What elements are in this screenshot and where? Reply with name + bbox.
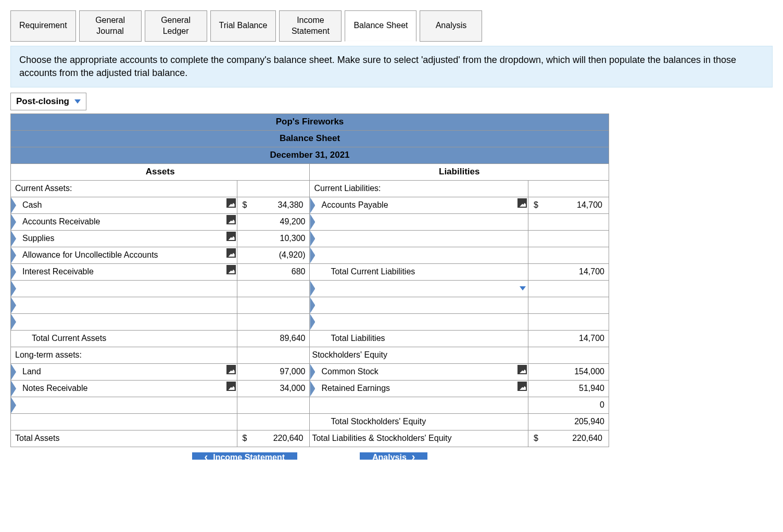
picture-icon	[517, 382, 527, 391]
asset-account-select[interactable]	[11, 313, 237, 330]
picture-icon	[517, 198, 527, 208]
asset-value-cell[interactable]	[237, 297, 310, 313]
liability-value-cell[interactable]	[528, 297, 609, 313]
liability-value-cell[interactable]: $ 14,700	[528, 197, 609, 213]
tab-income-statement[interactable]: Income Statement	[279, 10, 342, 42]
company-name: Pop's Fireworks	[11, 113, 609, 130]
picture-icon	[226, 232, 236, 241]
asset-value-cell[interactable]: 10,300	[237, 230, 310, 247]
long-term-assets-heading: Long-term assets:	[11, 347, 237, 363]
asset-account-select[interactable]	[11, 297, 237, 313]
tab-bar: Requirement General Journal General Ledg…	[10, 10, 773, 42]
total-stockholders-equity-value: 205,940	[528, 413, 609, 430]
picture-icon	[517, 365, 527, 374]
asset-account-select[interactable]: Notes Receivable	[11, 380, 237, 397]
asset-account-select[interactable]: Supplies	[11, 230, 237, 247]
picture-icon	[226, 265, 236, 274]
tab-general-ledger[interactable]: General Ledger	[145, 10, 207, 42]
current-liabilities-heading: Current Liabilities:	[310, 180, 528, 197]
asset-account-select[interactable]: Accounts Receivable	[11, 213, 237, 230]
stockholders-equity-heading: Stockholders' Equity	[310, 347, 528, 363]
picture-icon	[226, 248, 236, 258]
asset-value-cell[interactable]	[237, 280, 310, 297]
total-liab-equity-label: Total Liabilities & Stockholders' Equity	[310, 430, 528, 447]
liability-value-cell[interactable]	[528, 313, 609, 330]
liability-value-cell[interactable]	[528, 213, 609, 230]
chevron-right-icon	[412, 453, 415, 460]
picture-icon	[226, 382, 236, 391]
liability-account-select[interactable]	[310, 213, 528, 230]
next-button[interactable]: Analysis	[360, 452, 427, 460]
tab-analysis[interactable]: Analysis	[420, 10, 482, 42]
asset-value-cell[interactable]: (4,920)	[237, 247, 310, 263]
equity-value-cell[interactable]: 154,000	[528, 363, 609, 380]
total-assets-value: $ 220,640	[237, 430, 310, 447]
statement-date: December 31, 2021	[11, 147, 609, 163]
chevron-down-icon	[74, 99, 81, 104]
chevron-left-icon	[205, 453, 208, 460]
asset-account-select[interactable]	[11, 397, 237, 413]
total-stockholders-equity-label: Total Stockholders' Equity	[310, 413, 528, 430]
equity-account-select[interactable]	[310, 397, 528, 413]
asset-value-cell[interactable]: $ 34,380	[237, 197, 310, 213]
asset-value-cell[interactable]	[237, 397, 310, 413]
equity-account-select[interactable]: Retained Earnings	[310, 380, 528, 397]
liability-value-cell[interactable]	[528, 280, 609, 297]
asset-account-select[interactable]: Interest Receivable	[11, 263, 237, 280]
asset-value-cell[interactable]: 680	[237, 263, 310, 280]
instructions-text: Choose the appropriate accounts to compl…	[10, 46, 773, 87]
equity-value-cell[interactable]: 51,940	[528, 380, 609, 397]
asset-account-select[interactable]	[11, 280, 237, 297]
liability-value-cell[interactable]	[528, 247, 609, 263]
total-liabilities-label: Total Liabilities	[310, 330, 528, 347]
liability-account-select[interactable]	[310, 297, 528, 313]
liability-account-select[interactable]	[310, 280, 528, 297]
asset-value-cell[interactable]	[237, 313, 310, 330]
tab-general-journal[interactable]: General Journal	[79, 10, 142, 42]
picture-icon	[226, 215, 236, 224]
total-current-assets-label: Total Current Assets	[11, 330, 237, 347]
liability-account-select[interactable]: Accounts Payable	[310, 197, 528, 213]
liability-account-select[interactable]	[310, 313, 528, 330]
statement-title: Balance Sheet	[11, 130, 609, 147]
trial-balance-type-select[interactable]: Post-closing	[10, 93, 86, 110]
asset-account-select[interactable]: Allowance for Uncollectible Accounts	[11, 247, 237, 263]
asset-account-select[interactable]: Cash	[11, 197, 237, 213]
liability-value-cell[interactable]	[528, 230, 609, 247]
equity-value-cell[interactable]: 0	[528, 397, 609, 413]
liability-account-select[interactable]	[310, 230, 528, 247]
tab-trial-balance[interactable]: Trial Balance	[210, 10, 276, 42]
total-current-assets-value: 89,640	[237, 330, 310, 347]
nav-buttons: Income Statement Analysis	[10, 452, 609, 460]
picture-icon	[226, 198, 236, 208]
total-current-liabilities-value: 14,700	[528, 263, 609, 280]
total-liab-equity-value: $ 220,640	[528, 430, 609, 447]
liability-account-select[interactable]	[310, 247, 528, 263]
asset-value-cell[interactable]: 49,200	[237, 213, 310, 230]
chevron-down-icon	[520, 286, 526, 290]
balance-sheet-table: Pop's Fireworks Balance Sheet December 3…	[10, 113, 609, 447]
asset-value-cell[interactable]: 97,000	[237, 363, 310, 380]
prev-button[interactable]: Income Statement	[192, 452, 297, 460]
equity-account-select[interactable]: Common Stock	[310, 363, 528, 380]
trial-balance-type-value: Post-closing	[16, 96, 69, 107]
total-current-liabilities-label: Total Current Liabilities	[310, 263, 528, 280]
picture-icon	[226, 365, 236, 374]
current-assets-heading: Current Assets:	[11, 180, 237, 197]
asset-value-cell[interactable]: 34,000	[237, 380, 310, 397]
total-liabilities-value: 14,700	[528, 330, 609, 347]
tab-balance-sheet[interactable]: Balance Sheet	[345, 10, 416, 42]
liabilities-heading: Liabilities	[310, 163, 609, 180]
asset-account-select[interactable]: Land	[11, 363, 237, 380]
assets-heading: Assets	[11, 163, 310, 180]
total-assets-label: Total Assets	[11, 430, 237, 447]
tab-requirement[interactable]: Requirement	[10, 10, 76, 42]
